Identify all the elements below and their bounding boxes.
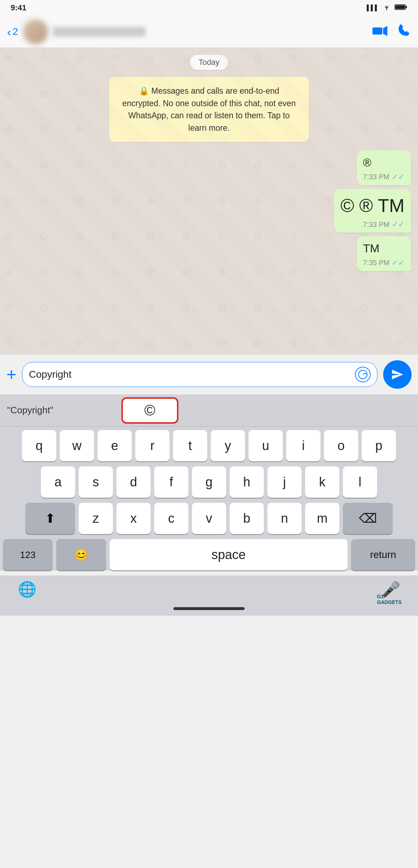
home-bar (173, 607, 245, 610)
message-time: 7:33 PM (363, 221, 390, 229)
battery-icon (395, 4, 407, 12)
autocomplete-word-label: "Copyright" (0, 405, 61, 416)
message-bubble: TM 7:35 PM ✓✓ (357, 236, 411, 271)
keyboard-row-3: ⬆ z x c v b n m ⌫ (3, 503, 415, 534)
keyboard-row-4: 123 😊 space return (3, 539, 415, 570)
wifi-icon (382, 4, 391, 12)
home-indicator (0, 601, 418, 616)
key-x[interactable]: x (116, 503, 151, 534)
autocomplete-copyright-button[interactable]: © (121, 397, 178, 424)
svg-marker-5 (383, 26, 387, 36)
system-message[interactable]: 🔒 Messages and calls are end-to-end encr… (109, 77, 309, 142)
message-ticks: ✓✓ (392, 220, 404, 229)
input-bar: + (0, 354, 418, 394)
send-button[interactable] (383, 360, 412, 389)
key-b[interactable]: b (230, 503, 264, 534)
contact-name-area (53, 27, 367, 37)
contact-name (53, 27, 146, 37)
watermark: G1 GADGETS (377, 594, 402, 605)
input-field-wrapper (22, 362, 377, 387)
key-p[interactable]: p (362, 430, 396, 461)
svg-point-0 (386, 9, 387, 10)
svg-rect-2 (395, 5, 405, 9)
key-d[interactable]: d (116, 466, 151, 498)
message-bubble: ® 7:33 PM ✓✓ (357, 150, 411, 185)
message-time: 7:33 PM (363, 173, 390, 181)
key-v[interactable]: v (192, 503, 226, 534)
keyboard-row-2: a s d f g h j k l (3, 466, 415, 498)
message-ticks: ✓✓ (392, 172, 404, 182)
key-i[interactable]: i (286, 430, 320, 461)
signal-icon: ▌▌▌ (367, 5, 379, 11)
key-l[interactable]: l (343, 466, 377, 498)
key-e[interactable]: e (98, 430, 132, 461)
back-button[interactable]: ‹ 2 (7, 26, 18, 38)
svg-rect-4 (372, 27, 382, 35)
autocomplete-bar: "Copyright" © (0, 394, 418, 427)
delete-key[interactable]: ⌫ (343, 503, 393, 534)
key-m[interactable]: m (305, 503, 339, 534)
contact-avatar[interactable] (23, 19, 48, 44)
chevron-left-icon: ‹ (7, 26, 11, 38)
messages-container: ® 7:33 PM ✓✓ © ® TM 7:33 PM ✓✓ TM 7:35 P… (7, 150, 411, 271)
key-q[interactable]: q (22, 430, 56, 461)
key-n[interactable]: n (267, 503, 302, 534)
space-key[interactable]: space (110, 539, 348, 570)
message-input[interactable] (29, 369, 351, 380)
nav-bar: ‹ 2 (0, 16, 418, 48)
numbers-key[interactable]: 123 (3, 539, 53, 570)
nav-actions (372, 24, 411, 40)
message-text: TM (363, 241, 404, 256)
key-o[interactable]: o (324, 430, 358, 461)
svg-rect-3 (406, 6, 407, 8)
message-meta: 7:33 PM ✓✓ (363, 172, 404, 182)
shift-key[interactable]: ⬆ (25, 503, 75, 534)
key-w[interactable]: w (60, 430, 94, 461)
message-time: 7:35 PM (363, 259, 390, 267)
key-t[interactable]: t (173, 430, 207, 461)
bottom-bar: 🌐 🎤 G1 GADGETS (0, 575, 418, 601)
status-bar: 9:41 ▌▌▌ (0, 0, 418, 16)
message-bubble: © ® TM 7:33 PM ✓✓ (334, 189, 411, 233)
sticker-icon[interactable] (355, 367, 371, 382)
key-c[interactable]: c (154, 503, 188, 534)
chat-area: Today 🔒 Messages and calls are end-to-en… (0, 48, 418, 354)
emoji-key[interactable]: 😊 (56, 539, 106, 570)
message-ticks: ✓✓ (392, 258, 404, 268)
key-h[interactable]: h (230, 466, 264, 498)
message-text: ® (363, 155, 404, 170)
key-f[interactable]: f (154, 466, 188, 498)
key-j[interactable]: j (267, 466, 302, 498)
key-k[interactable]: k (305, 466, 339, 498)
key-r[interactable]: r (135, 430, 169, 461)
key-u[interactable]: u (249, 430, 283, 461)
return-key[interactable]: return (351, 539, 415, 570)
key-g[interactable]: g (192, 466, 226, 498)
video-call-icon[interactable] (372, 24, 387, 39)
date-badge: Today (190, 55, 228, 70)
keyboard-row-1: q w e r t y u i o p (3, 430, 415, 461)
key-z[interactable]: z (79, 503, 113, 534)
message-meta: 7:35 PM ✓✓ (363, 258, 404, 268)
phone-call-icon[interactable] (398, 24, 411, 40)
status-time: 9:41 (11, 3, 26, 12)
key-a[interactable]: a (41, 466, 75, 498)
key-s[interactable]: s (79, 466, 113, 498)
message-meta: 7:33 PM ✓✓ (340, 220, 404, 229)
globe-icon[interactable]: 🌐 (18, 580, 36, 598)
message-text: © ® TM (340, 194, 404, 218)
keyboard: q w e r t y u i o p a s d f g h j k l ⬆ … (0, 427, 418, 570)
copyright-symbol: © (144, 402, 155, 419)
key-y[interactable]: y (211, 430, 245, 461)
back-count: 2 (12, 26, 18, 37)
attach-button[interactable]: + (6, 366, 16, 383)
